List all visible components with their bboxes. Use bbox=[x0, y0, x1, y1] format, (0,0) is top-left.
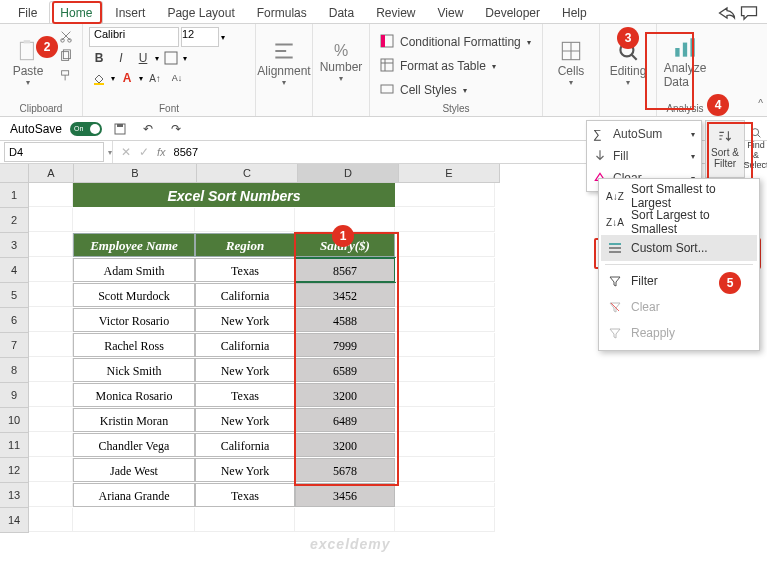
cell-employee[interactable]: Kristin Moran bbox=[73, 408, 195, 432]
cell-region[interactable]: Texas bbox=[195, 383, 295, 407]
tab-file[interactable]: File bbox=[8, 2, 47, 24]
row-header[interactable]: 5 bbox=[0, 283, 29, 308]
copy-icon[interactable] bbox=[56, 47, 76, 65]
cell-employee[interactable]: Victor Rosario bbox=[73, 308, 195, 332]
fx-icon[interactable]: fx bbox=[157, 146, 166, 158]
fill-color-button[interactable] bbox=[89, 69, 109, 87]
col-header-E[interactable]: E bbox=[399, 164, 500, 183]
format-as-table-button[interactable]: Format as Table▾ bbox=[376, 55, 535, 77]
row-header[interactable]: 14 bbox=[0, 508, 29, 533]
autosum-item[interactable]: ∑ AutoSum▾ bbox=[589, 123, 699, 145]
cell-employee[interactable]: Ariana Grande bbox=[73, 483, 195, 507]
cell-salary[interactable]: 3200 bbox=[295, 433, 395, 457]
header-employee-name[interactable]: Employee Name bbox=[73, 233, 195, 257]
cell-salary[interactable]: 5678 bbox=[295, 458, 395, 482]
save-icon[interactable] bbox=[110, 120, 130, 138]
bold-button[interactable]: B bbox=[89, 49, 109, 67]
italic-button[interactable]: I bbox=[111, 49, 131, 67]
cell-salary[interactable]: 4588 bbox=[295, 308, 395, 332]
cell-region[interactable]: California bbox=[195, 433, 295, 457]
col-header-A[interactable]: A bbox=[29, 164, 74, 183]
sheet-title[interactable]: Excel Sort Numbers bbox=[73, 183, 395, 207]
select-all-corner[interactable] bbox=[0, 164, 29, 183]
cell-styles-button[interactable]: Cell Styles▾ bbox=[376, 79, 535, 101]
col-header-C[interactable]: C bbox=[197, 164, 298, 183]
redo-icon[interactable]: ↷ bbox=[166, 120, 186, 138]
cell-salary[interactable]: 3456 bbox=[295, 483, 395, 507]
cell-employee[interactable]: Scott Murdock bbox=[73, 283, 195, 307]
alignment-button[interactable]: Alignment ▾ bbox=[262, 27, 306, 97]
grow-font-icon[interactable]: A↑ bbox=[145, 69, 165, 87]
sort-smallest-largest[interactable]: A↓Z Sort Smallest to Largest bbox=[601, 183, 757, 209]
shrink-font-icon[interactable]: A↓ bbox=[167, 69, 187, 87]
tab-help[interactable]: Help bbox=[552, 2, 597, 24]
sort-filter-button[interactable]: Sort & Filter bbox=[705, 120, 745, 178]
row-header[interactable]: 7 bbox=[0, 333, 29, 358]
row-header[interactable]: 10 bbox=[0, 408, 29, 433]
cell-region[interactable]: New York bbox=[195, 408, 295, 432]
name-box[interactable]: D4 bbox=[4, 142, 104, 162]
font-family-select[interactable]: Calibri bbox=[89, 27, 179, 47]
tab-page-layout[interactable]: Page Layout bbox=[157, 2, 244, 24]
font-color-button[interactable]: A bbox=[117, 69, 137, 87]
header-region[interactable]: Region bbox=[195, 233, 295, 257]
tab-developer[interactable]: Developer bbox=[475, 2, 550, 24]
cell-region[interactable]: New York bbox=[195, 308, 295, 332]
collapse-ribbon-icon[interactable]: ^ bbox=[758, 98, 763, 109]
tab-insert[interactable]: Insert bbox=[105, 2, 155, 24]
font-size-select[interactable]: 12 bbox=[181, 27, 219, 47]
row-header[interactable]: 3 bbox=[0, 233, 29, 258]
cell-employee[interactable]: Rachel Ross bbox=[73, 333, 195, 357]
cells-button[interactable]: Cells ▾ bbox=[549, 27, 593, 97]
share-icon[interactable] bbox=[717, 4, 737, 22]
undo-icon[interactable]: ↶ bbox=[138, 120, 158, 138]
row-header[interactable]: 12 bbox=[0, 458, 29, 483]
cell-employee[interactable]: Monica Rosario bbox=[73, 383, 195, 407]
spreadsheet-grid[interactable]: 1 Excel Sort Numbers 2 3 Employee Name R… bbox=[0, 183, 500, 533]
cell-region[interactable]: California bbox=[195, 283, 295, 307]
underline-button[interactable]: U bbox=[133, 49, 153, 67]
tab-formulas[interactable]: Formulas bbox=[247, 2, 317, 24]
cell-salary[interactable]: 7999 bbox=[295, 333, 395, 357]
tab-data[interactable]: Data bbox=[319, 2, 364, 24]
cell-employee[interactable]: Chandler Vega bbox=[73, 433, 195, 457]
cell-region[interactable]: Texas bbox=[195, 258, 295, 282]
custom-sort[interactable]: Custom Sort... bbox=[601, 235, 757, 261]
row-header[interactable]: 9 bbox=[0, 383, 29, 408]
row-header[interactable]: 4 bbox=[0, 258, 29, 283]
format-painter-icon[interactable] bbox=[56, 67, 76, 85]
cell-region[interactable]: New York bbox=[195, 458, 295, 482]
analyze-data-button[interactable]: Analyze Data bbox=[663, 27, 707, 97]
cut-icon[interactable] bbox=[56, 27, 76, 45]
conditional-formatting-button[interactable]: Conditional Formatting▾ bbox=[376, 31, 535, 53]
cell-region[interactable]: Texas bbox=[195, 483, 295, 507]
col-header-B[interactable]: B bbox=[74, 164, 197, 183]
cell-region[interactable]: California bbox=[195, 333, 295, 357]
autosave-toggle[interactable]: On bbox=[70, 122, 102, 136]
col-header-D[interactable]: D bbox=[298, 164, 399, 183]
find-select-button[interactable]: Find & Select bbox=[745, 120, 767, 176]
enter-formula-icon[interactable]: ✓ bbox=[139, 145, 149, 159]
cell-salary[interactable]: 8567 bbox=[295, 258, 395, 282]
sort-largest-smallest[interactable]: Z↓A Sort Largest to Smallest bbox=[601, 209, 757, 235]
cell-employee[interactable]: Jade West bbox=[73, 458, 195, 482]
row-header[interactable]: 13 bbox=[0, 483, 29, 508]
cell-employee[interactable]: Nick Smith bbox=[73, 358, 195, 382]
tab-view[interactable]: View bbox=[428, 2, 474, 24]
formula-input[interactable]: 8567 bbox=[174, 146, 198, 158]
row-header[interactable]: 8 bbox=[0, 358, 29, 383]
row-header[interactable]: 2 bbox=[0, 208, 29, 233]
cell-salary[interactable]: 6489 bbox=[295, 408, 395, 432]
fill-item[interactable]: Fill▾ bbox=[589, 145, 699, 167]
row-header[interactable]: 6 bbox=[0, 308, 29, 333]
row-header[interactable]: 1 bbox=[0, 183, 29, 208]
cell-salary[interactable]: 3200 bbox=[295, 383, 395, 407]
comments-icon[interactable] bbox=[739, 4, 759, 22]
number-button[interactable]: % Number ▾ bbox=[319, 27, 363, 97]
cell-region[interactable]: New York bbox=[195, 358, 295, 382]
border-button[interactable] bbox=[161, 49, 181, 67]
row-header[interactable]: 11 bbox=[0, 433, 29, 458]
cell-salary[interactable]: 6589 bbox=[295, 358, 395, 382]
cancel-formula-icon[interactable]: ✕ bbox=[121, 145, 131, 159]
cell-salary[interactable]: 3452 bbox=[295, 283, 395, 307]
